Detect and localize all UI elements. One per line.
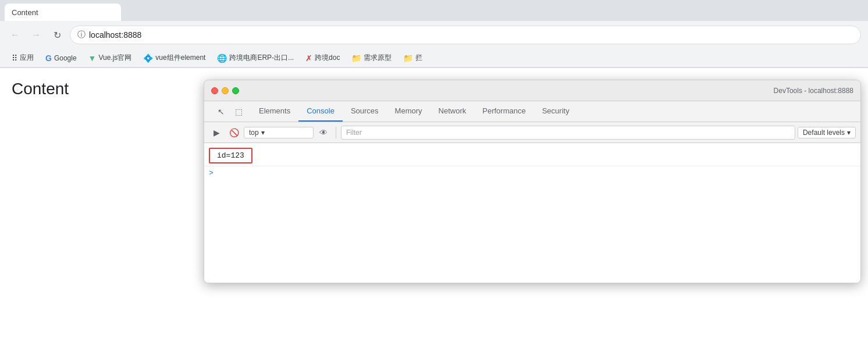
tab-bar: Content [0, 0, 868, 21]
bookmark-more[interactable]: 📁 拦 [399, 52, 427, 64]
bookmark-doc-label: 跨境doc [315, 53, 340, 63]
bookmark-erp[interactable]: 🌐 跨境电商ERP-出口... [212, 52, 298, 64]
tab-console-label: Console [307, 106, 335, 115]
prompt-symbol: > [209, 169, 214, 177]
browser-chrome: Content ← → ↻ ⓘ localhost:8888 ⠿ 应用 G Go… [0, 0, 868, 68]
bookmark-apps-label: 应用 [20, 53, 34, 63]
forward-button[interactable]: → [28, 27, 44, 43]
filter-input[interactable] [341, 126, 795, 140]
tab-performance-label: Performance [482, 106, 525, 115]
bookmark-vue-element-label: vue组件element [155, 53, 205, 63]
tab-title: Content [12, 8, 38, 17]
bookmark-erp-label: 跨境电商ERP-出口... [229, 53, 294, 63]
tab-sources-label: Sources [351, 106, 379, 115]
console-value: id=123 [209, 148, 252, 163]
apps-icon: ⠿ [12, 54, 17, 63]
nav-bar: ← → ↻ ⓘ localhost:8888 [0, 21, 868, 49]
reload-button[interactable]: ↻ [49, 27, 65, 43]
back-button[interactable]: ← [7, 27, 23, 43]
console-entry: id=123 [204, 145, 860, 166]
tab-network-label: Network [439, 106, 467, 115]
tab-elements[interactable]: Elements [251, 101, 298, 122]
tab-security[interactable]: Security [534, 101, 578, 122]
console-output: id=123 > [204, 143, 860, 283]
eye-button[interactable]: 👁 [316, 125, 331, 140]
tab-performance[interactable]: Performance [474, 101, 533, 122]
devtools-body: id=123 > [204, 143, 860, 283]
forward-icon: → [31, 30, 41, 40]
folder-icon-2: 📁 [403, 54, 413, 63]
bookmark-doc[interactable]: ✗ 跨境doc [301, 52, 344, 64]
bookmark-google[interactable]: G Google [41, 52, 81, 64]
back-icon: ← [10, 30, 20, 40]
default-levels-label: Default levels [803, 129, 845, 137]
bookmark-google-label: Google [54, 54, 77, 62]
bookmark-vuejs[interactable]: ▼ Vue.js官网 [84, 52, 137, 64]
bookmark-prototype[interactable]: 📁 需求原型 [347, 52, 396, 64]
bookmark-vuejs-label: Vue.js官网 [98, 53, 131, 63]
tab-memory[interactable]: Memory [387, 101, 431, 122]
dropdown-icon: ▾ [261, 129, 265, 137]
mobile-icon-button[interactable]: ⬚ [231, 104, 246, 119]
maximize-button[interactable] [232, 87, 239, 94]
mobile-icon: ⬚ [235, 107, 243, 116]
devtools-toolbar: ▶ 🚫 top ▾ 👁 Default levels ▾ [204, 122, 860, 143]
address-bar[interactable]: ⓘ localhost:8888 [70, 26, 861, 44]
doc-icon: ✗ [305, 54, 312, 63]
tab-network[interactable]: Network [431, 101, 475, 122]
element-icon: 💠 [143, 54, 153, 63]
bookmark-more-label: 拦 [415, 53, 422, 63]
address-text: localhost:8888 [89, 30, 141, 40]
cursor-icon: ↖ [218, 107, 225, 116]
reload-icon: ↻ [54, 30, 61, 41]
tab-memory-label: Memory [395, 106, 422, 115]
browser-tab[interactable]: Content [5, 3, 121, 21]
info-icon: ⓘ [77, 30, 86, 40]
folder-icon-1: 📁 [351, 54, 361, 63]
tab-elements-label: Elements [259, 106, 290, 115]
console-prompt[interactable]: > [204, 166, 860, 180]
tab-console[interactable]: Console [298, 101, 343, 122]
bookmark-vue-element[interactable]: 💠 vue组件element [138, 52, 210, 64]
bookmark-apps[interactable]: ⠿ 应用 [7, 52, 38, 64]
block-icon: 🚫 [229, 128, 239, 137]
cursor-icon-button[interactable]: ↖ [214, 104, 229, 119]
context-selector[interactable]: top ▾ [244, 127, 314, 138]
context-value: top [249, 129, 259, 137]
bookmark-prototype-label: 需求原型 [364, 53, 392, 63]
traffic-lights [211, 87, 239, 94]
erp-icon: 🌐 [217, 54, 227, 63]
run-button[interactable]: ▶ [209, 125, 224, 140]
tab-security-label: Security [542, 106, 570, 115]
default-levels-selector[interactable]: Default levels ▾ [798, 127, 856, 138]
bookmarks-bar: ⠿ 应用 G Google ▼ Vue.js官网 💠 vue组件element … [0, 49, 868, 67]
tab-sources[interactable]: Sources [343, 101, 387, 122]
devtools-tabs: ↖ ⬚ Elements Console Sources Memory Netw… [204, 101, 860, 122]
google-icon: G [45, 54, 52, 63]
dropdown-icon-2: ▾ [847, 129, 851, 137]
block-button[interactable]: 🚫 [226, 125, 241, 140]
eye-icon: 👁 [319, 128, 328, 137]
page-content: Content DevTools - localhost:8888 ↖ ⬚ [0, 68, 868, 349]
toolbar-divider [336, 127, 336, 138]
devtools-titlebar: DevTools - localhost:8888 [204, 80, 860, 101]
devtools-panel: DevTools - localhost:8888 ↖ ⬚ Elements C… [204, 80, 861, 283]
run-icon: ▶ [214, 128, 220, 137]
vuejs-icon: ▼ [88, 54, 97, 63]
devtools-title: DevTools - localhost:8888 [774, 87, 853, 95]
close-button[interactable] [211, 87, 218, 94]
devtools-tab-icons: ↖ ⬚ [209, 101, 251, 122]
minimize-button[interactable] [222, 87, 229, 94]
